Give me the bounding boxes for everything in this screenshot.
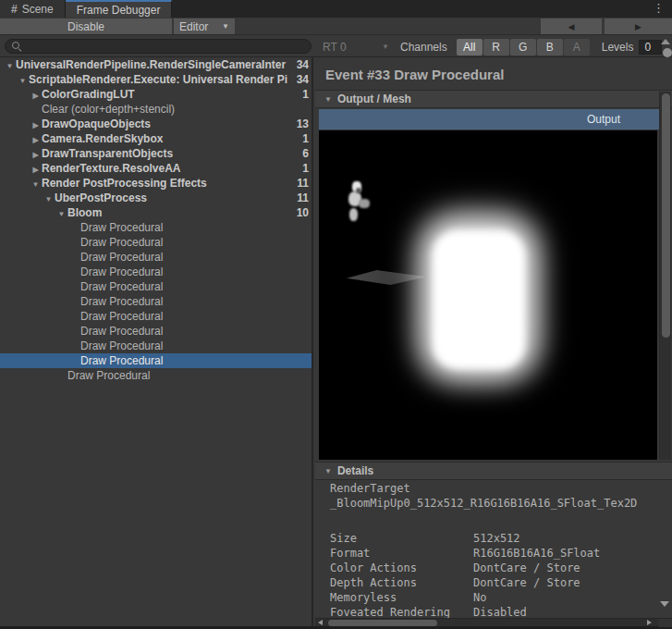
tree-row[interactable]: ▶DrawTransparentObjects6 xyxy=(0,146,312,161)
details-horizontal-scrollbar[interactable] xyxy=(315,618,672,626)
tree-row[interactable]: Draw Procedural xyxy=(0,353,312,368)
details-row-value: DontCare / Store xyxy=(473,575,580,590)
preview-scrollbar-thumb[interactable] xyxy=(662,93,670,338)
tree-row[interactable]: Draw Procedural xyxy=(0,324,312,339)
rt-toolbar: RT 0 ▼ Channels AllRGBA Levels 0 xyxy=(315,36,672,57)
details-row: FormatR16G16B16A16_SFloat xyxy=(315,546,659,561)
tree-row-label: Draw Procedural xyxy=(80,251,163,264)
tree-row[interactable]: Draw Procedural xyxy=(0,265,312,279)
details-row: Depth ActionsDontCare / Store xyxy=(315,575,659,590)
tree-row-count: 13 xyxy=(297,117,309,131)
main-area: ▼UniversalRenderPipeline.RenderSingleCam… xyxy=(0,57,672,626)
tree-row-count: 10 xyxy=(297,205,309,220)
tree-row[interactable]: Draw Procedural xyxy=(0,309,312,324)
tab-scene[interactable]: # Scene xyxy=(0,0,66,18)
render-target-label: RenderTarget xyxy=(315,481,659,496)
tree-row-count: 6 xyxy=(302,146,309,161)
levels-slider-handle[interactable] xyxy=(663,48,672,57)
tree-row[interactable]: ▼Render PostProcessing Effects11 xyxy=(0,176,312,191)
levels-slider-arrow-icon[interactable] xyxy=(661,39,670,44)
tree-row[interactable]: ▼UberPostProcess11 xyxy=(0,191,312,205)
prev-event-button[interactable]: ◀ xyxy=(541,18,602,34)
tree-row-count: 1 xyxy=(302,87,309,102)
tree-row-label: Camera.RenderSkybox xyxy=(42,132,163,145)
frame-debugger-window: # Scene Frame Debugger ⋮ Disable Editor … xyxy=(0,0,672,629)
tree-row[interactable]: Draw Procedural xyxy=(0,294,312,309)
details-row-value: 512x512 xyxy=(473,531,520,546)
tree-row-label: Draw Procedural xyxy=(80,236,163,249)
tree-row-label: DrawTransparentObjects xyxy=(42,147,173,160)
tree-row-count: 1 xyxy=(302,131,309,146)
tree-row[interactable]: ▶DrawOpaqueObjects13 xyxy=(0,117,312,131)
disable-button[interactable]: Disable xyxy=(0,18,172,34)
output-mesh-header[interactable]: ▼ Output / Mesh xyxy=(315,90,672,108)
event-tree-panel: ▼UniversalRenderPipeline.RenderSingleCam… xyxy=(0,57,313,626)
tree-row-count: 11 xyxy=(297,191,309,205)
channel-button-g[interactable]: G xyxy=(510,39,536,56)
tree-row[interactable]: Draw Procedural xyxy=(0,235,312,250)
preview-object xyxy=(356,188,361,193)
tab-frame-debugger[interactable]: Frame Debugger xyxy=(66,0,173,18)
preview-vertical-scrollbar[interactable] xyxy=(659,92,671,460)
tab-bar: # Scene Frame Debugger ⋮ xyxy=(0,0,672,18)
levels-field[interactable]: 0 xyxy=(639,40,662,55)
scene-grid-icon: # xyxy=(11,3,18,16)
channel-button-a[interactable]: A xyxy=(564,39,590,56)
details-row-label: Size xyxy=(330,531,473,546)
scrollbar-corner xyxy=(658,619,672,627)
target-dropdown[interactable]: Editor ▼ xyxy=(174,18,235,34)
details-header[interactable]: ▼ Details xyxy=(315,462,672,480)
details-row: Foveated RenderingDisabled xyxy=(315,605,659,618)
details-row-label: Foveated Rendering xyxy=(330,605,473,618)
tree-row[interactable]: ▼ScriptableRenderer.Execute: Universal R… xyxy=(0,72,312,87)
tree-row-label: RenderTexture.ResolveAA xyxy=(42,162,181,175)
channels-label: Channels xyxy=(400,41,447,54)
next-event-button[interactable]: ▶ xyxy=(605,18,672,34)
tree-row-label: Draw Procedural xyxy=(80,325,163,338)
channel-button-all[interactable]: All xyxy=(457,39,483,56)
levels-label: Levels xyxy=(602,41,634,54)
tree-row[interactable]: Draw Procedural xyxy=(0,250,312,265)
tab-frame-debugger-label: Frame Debugger xyxy=(77,4,161,17)
tree-row-label: Render PostProcessing Effects xyxy=(42,177,207,190)
channel-button-r[interactable]: R xyxy=(483,39,509,56)
details-row-label: Color Actions xyxy=(330,561,473,575)
filter-toolbar: RT 0 ▼ Channels AllRGBA Levels 0 xyxy=(0,36,672,57)
details-row-value: R16G16B16A16_SFloat xyxy=(473,546,600,561)
tree-row-label: Draw Procedural xyxy=(80,295,163,308)
chevron-down-icon: ▼ xyxy=(222,22,229,31)
tree-row-label: Draw Procedural xyxy=(80,280,163,293)
scroll-right-icon[interactable] xyxy=(647,620,652,625)
search-input[interactable] xyxy=(5,39,312,54)
rt-dropdown[interactable]: RT 0 ▼ xyxy=(315,41,397,54)
tree-row[interactable]: Clear (color+depth+stencil) xyxy=(0,102,312,117)
tree-row[interactable]: Draw Procedural xyxy=(0,339,312,353)
tree-row-count: 1 xyxy=(302,161,309,176)
tree-row-label: ScriptableRenderer.Execute: Universal Re… xyxy=(29,73,287,86)
tree-row[interactable]: ▶RenderTexture.ResolveAA1 xyxy=(0,161,312,176)
details-row: Size512x512 xyxy=(315,531,659,546)
output-tab-label: Output xyxy=(587,113,620,126)
tree-row[interactable]: ▶Camera.RenderSkybox1 xyxy=(0,131,312,146)
details-row-value: DontCare / Store xyxy=(473,561,580,575)
tree-row-label: Draw Procedural xyxy=(80,339,163,352)
tree-row[interactable]: Draw Procedural xyxy=(0,368,312,383)
tree-row[interactable]: ▶ColorGradingLUT1 xyxy=(0,87,312,102)
output-tab[interactable]: Output xyxy=(319,109,659,130)
tree-row[interactable]: ▼UniversalRenderPipeline.RenderSingleCam… xyxy=(0,57,312,72)
foldout-arrow-icon: ▼ xyxy=(324,95,332,104)
tree-row-label: Clear (color+depth+stencil) xyxy=(42,103,175,116)
tree-row-label: UberPostProcess xyxy=(55,191,147,204)
tree-row[interactable]: Draw Procedural xyxy=(0,220,312,235)
scroll-left-icon[interactable] xyxy=(318,620,323,625)
hscrollbar-thumb[interactable] xyxy=(328,620,437,626)
channel-button-b[interactable]: B xyxy=(537,39,563,56)
tree-row-label: UniversalRenderPipeline.RenderSingleCame… xyxy=(16,58,286,71)
tree-row-label: Draw Procedural xyxy=(67,369,150,382)
details-scroll-down-icon[interactable] xyxy=(660,601,669,607)
tree-row[interactable]: Draw Procedural xyxy=(0,279,312,294)
target-dropdown-label: Editor xyxy=(179,20,208,33)
tree-row[interactable]: ▼Bloom10 xyxy=(0,205,312,220)
details-row-label: Memoryless xyxy=(330,590,473,605)
window-menu-icon[interactable]: ⋮ xyxy=(653,1,665,15)
